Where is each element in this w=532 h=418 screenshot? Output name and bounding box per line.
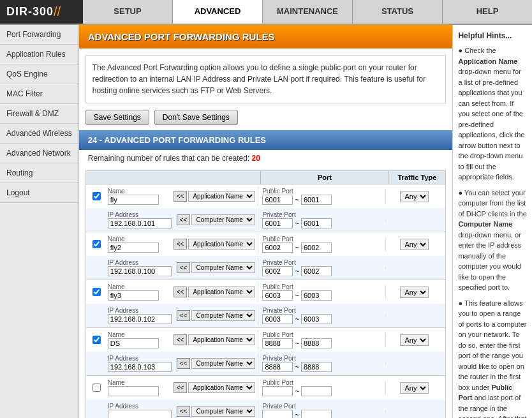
pub-port-to-3[interactable]	[301, 290, 332, 301]
app-select-5[interactable]: Application Name	[188, 382, 255, 393]
app-btn-1[interactable]: <<	[174, 191, 188, 202]
app-btn-3[interactable]: <<	[174, 287, 188, 297]
sidebar-item-advanced-wireless[interactable]: Advanced Wireless	[0, 124, 78, 144]
pub-port-to-5[interactable]	[301, 386, 332, 396]
comp-btn-3[interactable]: <<	[177, 310, 191, 321]
priv-port-to-4[interactable]	[301, 362, 332, 372]
checkbox-1[interactable]	[92, 192, 101, 200]
sidebar-item-routing[interactable]: Routing	[0, 163, 78, 183]
pub-port-label-5: Public Port	[262, 379, 381, 386]
priv-port-to-3[interactable]	[301, 314, 332, 324]
ip-label-5: IP Address	[108, 403, 172, 410]
checkbox-2[interactable]	[92, 240, 101, 248]
ip-input-1[interactable]	[108, 218, 172, 228]
ip-input-2[interactable]	[108, 266, 172, 276]
pub-port-from-5[interactable]	[262, 386, 293, 396]
name-input-2[interactable]	[108, 243, 159, 253]
priv-port-to-2[interactable]	[301, 266, 332, 276]
sidebar-item-application-rules[interactable]: Application Rules	[0, 45, 78, 64]
sidebar-item-firewall-dmz[interactable]: Firewall & DMZ	[0, 104, 78, 124]
rule-traffic-section-3[interactable]: Any	[385, 285, 443, 299]
comp-btn-2[interactable]: <<	[177, 262, 191, 273]
rule-traffic-section-1[interactable]: Any	[385, 190, 443, 204]
checkbox-5[interactable]	[92, 384, 101, 392]
rule-traffic-section-2[interactable]: Any	[385, 237, 443, 251]
comp-select-2[interactable]: Computer Name	[191, 262, 255, 273]
ip-label-3: IP Address	[108, 307, 172, 314]
priv-port-from-4[interactable]	[262, 362, 293, 372]
rule-checkbox-3[interactable]	[89, 288, 105, 296]
comp-select-5[interactable]: Computer Name	[191, 406, 255, 417]
rule-checkbox-4[interactable]	[89, 336, 105, 344]
pub-port-to-1[interactable]	[301, 195, 332, 205]
app-select-3[interactable]: Application Name	[188, 287, 255, 297]
ip-label-4: IP Address	[108, 355, 172, 362]
app-select-4[interactable]: Application Name	[188, 334, 255, 345]
rule-traffic-section-5[interactable]: Any	[385, 381, 443, 395]
name-input-3[interactable]	[108, 290, 159, 301]
remaining-text: Remaining number of rules that can be cr…	[79, 150, 453, 167]
help-panel: Helpful Hints... ● Check the Application…	[452, 25, 532, 418]
priv-port-to-5[interactable]	[301, 410, 332, 418]
app-btn-5[interactable]: <<	[174, 382, 188, 393]
priv-port-from-5[interactable]	[262, 410, 293, 418]
comp-btn-1[interactable]: <<	[177, 214, 191, 225]
comp-select-4[interactable]: Computer Name	[191, 358, 255, 369]
tab-help[interactable]: HELP	[443, 0, 532, 24]
pub-port-from-3[interactable]	[262, 290, 293, 301]
rule-public-port-section-3: Public Port ~	[258, 282, 385, 302]
checkbox-4[interactable]	[92, 336, 101, 344]
pub-port-from-4[interactable]	[262, 338, 293, 348]
priv-port-from-3[interactable]	[262, 314, 293, 324]
rule-checkbox-5[interactable]	[89, 384, 105, 392]
rule-ip-section-5: IP Address	[105, 401, 174, 418]
app-select-1[interactable]: Application Name	[188, 191, 255, 202]
pub-port-from-1[interactable]	[262, 195, 293, 205]
pub-port-to-2[interactable]	[301, 243, 332, 253]
traffic-select-5[interactable]: Any	[400, 382, 429, 394]
comp-select-1[interactable]: Computer Name	[191, 214, 255, 225]
rule-checkbox-2[interactable]	[89, 240, 105, 248]
app-btn-2[interactable]: <<	[174, 239, 188, 250]
checkbox-3[interactable]	[92, 288, 101, 296]
ip-input-5[interactable]	[108, 410, 172, 418]
traffic-select-1[interactable]: Any	[400, 191, 429, 202]
sidebar-item-qos-engine[interactable]: QoS Engine	[0, 64, 78, 84]
sidebar-item-port-forwarding[interactable]: Port Forwarding	[0, 25, 78, 45]
name-input-1[interactable]	[108, 195, 159, 205]
dont-save-button[interactable]: Don't Save Settings	[154, 110, 238, 125]
traffic-select-3[interactable]: Any	[400, 287, 429, 298]
tab-setup[interactable]: SETUP	[83, 0, 173, 24]
pub-port-from-2[interactable]	[262, 243, 293, 253]
tab-maintenance[interactable]: MAINTENANCE	[263, 0, 353, 24]
comp-btn-5[interactable]: <<	[177, 406, 191, 417]
rule-traffic-spacer-4	[385, 362, 443, 365]
pub-port-to-4[interactable]	[301, 338, 332, 348]
sidebar-item-logout[interactable]: Logout	[0, 183, 78, 203]
pub-port-label-4: Public Port	[262, 331, 381, 338]
sidebar-item-mac-filter[interactable]: MAC Filter	[0, 84, 78, 104]
app-btn-4[interactable]: <<	[174, 334, 188, 345]
app-select-2[interactable]: Application Name	[188, 239, 255, 250]
rule-traffic-section-4[interactable]: Any	[385, 333, 443, 347]
priv-port-to-1[interactable]	[301, 218, 332, 228]
rule-checkbox-1[interactable]	[89, 192, 105, 200]
name-input-5[interactable]	[108, 386, 159, 396]
save-button[interactable]: Save Settings	[85, 110, 149, 125]
sidebar-item-advanced-network[interactable]: Advanced Network	[0, 144, 78, 163]
rule-private-port-section-1: Private Port ~	[258, 210, 385, 230]
priv-port-from-1[interactable]	[262, 218, 293, 228]
traffic-select-4[interactable]: Any	[400, 334, 429, 346]
comp-select-3[interactable]: Computer Name	[191, 310, 255, 321]
rule-comp-section-3: << Computer Name	[174, 309, 258, 322]
ip-label-1: IP Address	[108, 211, 172, 218]
ip-input-3[interactable]	[108, 314, 172, 324]
rule-traffic-spacer-5	[385, 410, 443, 413]
tab-advanced[interactable]: ADVANCED	[173, 0, 263, 24]
name-input-4[interactable]	[108, 338, 159, 348]
traffic-select-2[interactable]: Any	[400, 239, 429, 250]
tab-status[interactable]: STATUS	[353, 0, 443, 24]
comp-btn-4[interactable]: <<	[177, 358, 191, 369]
ip-input-4[interactable]	[108, 362, 172, 372]
priv-port-from-2[interactable]	[262, 266, 293, 276]
